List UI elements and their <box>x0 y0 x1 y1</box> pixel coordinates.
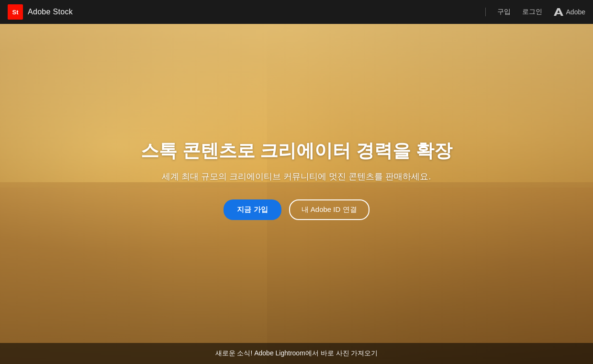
navbar: St Adobe Stock 구입 로그인 Adobe <box>0 0 593 24</box>
st-logo: St <box>8 4 23 20</box>
hero-content: 스톡 콘텐츠로 크리에이터 경력을 확장 세계 최대 규모의 크리에이티브 커뮤… <box>0 24 593 364</box>
login-link[interactable]: 로그인 <box>522 8 542 16</box>
connect-adobe-id-button[interactable]: 내 Adobe ID 연결 <box>289 199 369 220</box>
hero-buttons: 지금 가입 내 Adobe ID 연결 <box>224 199 369 220</box>
brand-name: Adobe Stock <box>28 8 73 16</box>
nav-divider <box>485 8 486 16</box>
buy-link[interactable]: 구입 <box>497 8 511 16</box>
adobe-label: Adobe <box>566 8 585 16</box>
bottom-banner-text: 새로운 소식! Adobe Lightroom에서 바로 사진 가져오기 <box>215 349 378 358</box>
adobe-logo-icon <box>554 7 563 17</box>
hero-title: 스톡 콘텐츠로 크리에이터 경력을 확장 <box>141 139 452 163</box>
navbar-right: 구입 로그인 Adobe <box>485 7 585 17</box>
hero-subtitle: 세계 최대 규모의 크리에이티브 커뮤니티에 멋진 콘텐츠를 판매하세요. <box>162 171 431 182</box>
brand: St Adobe Stock <box>8 4 73 20</box>
bottom-banner: 새로운 소식! Adobe Lightroom에서 바로 사진 가져오기 <box>0 343 593 364</box>
join-now-button[interactable]: 지금 가입 <box>224 199 281 220</box>
adobe-nav[interactable]: Adobe <box>554 7 585 17</box>
